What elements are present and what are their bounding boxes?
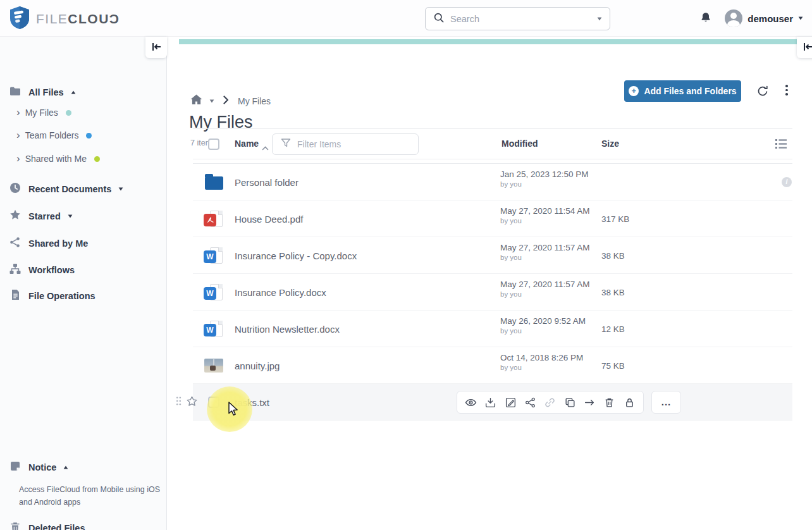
sidebar: All Files › My Files › Team Folders › Sh… — [0, 37, 167, 530]
delete-trash-icon[interactable] — [601, 394, 618, 410]
search-input[interactable] — [450, 14, 591, 24]
notifications-bell-icon[interactable] — [697, 9, 715, 28]
row-more-button[interactable]: ... — [651, 391, 681, 414]
copy-icon[interactable] — [562, 394, 578, 410]
image-thumbnail — [204, 357, 224, 374]
filter-items-input[interactable] — [297, 139, 412, 149]
main-content: My Files My Files 7 items + Add Files an… — [167, 37, 812, 530]
filecloud-logo[interactable]: FILECLOUƆ — [9, 6, 120, 32]
select-all-checkbox[interactable] — [208, 139, 219, 150]
modified-cell: Oct 14, 2018 8:26 PM by you — [500, 353, 583, 371]
sidebar-item-shared-by-me[interactable]: Shared by Me — [9, 236, 88, 251]
name-column-header[interactable]: Name — [235, 139, 259, 149]
filter-funnel-icon — [280, 138, 292, 151]
modified-date: Jan 25, 2023 12:50 PM — [500, 169, 589, 179]
sidebar-item-shared-with-me[interactable]: › Shared with Me — [16, 154, 100, 164]
sidebar-item-my-files[interactable]: › My Files — [16, 108, 71, 118]
table-row[interactable]: W Nutrition Newsletter.docx May 26, 2020… — [193, 311, 792, 347]
kebab-icon — [785, 85, 788, 96]
sort-ascending-icon[interactable] — [262, 142, 269, 153]
table-row[interactable]: W annuity.jpg Oct 14, 2018 8:26 PM by yo… — [193, 347, 792, 384]
file-name[interactable]: annuity.jpg — [235, 360, 280, 371]
file-name[interactable]: tasks.txt — [235, 397, 269, 407]
file-size: 317 KB — [601, 214, 629, 223]
trash-icon — [9, 521, 22, 530]
collapse-left-icon — [803, 42, 812, 54]
notice-icon — [9, 460, 22, 475]
file-name[interactable]: Insurance Policy - Copy.docx — [235, 250, 357, 261]
table-row[interactable]: W Personal folder Jan 25, 2023 12:50 PM … — [193, 164, 792, 200]
chevron-right-icon: › — [16, 156, 20, 162]
modified-by: by you — [500, 364, 583, 371]
breadcrumb-caret-icon[interactable] — [210, 99, 214, 102]
modified-date: May 27, 2020 11:57 AM — [500, 280, 590, 289]
caret-up-icon — [64, 465, 68, 469]
preview-eye-icon[interactable] — [463, 394, 479, 410]
table-row[interactable]: W Insurance Policy.docx May 27, 2020 11:… — [193, 274, 792, 311]
file-size: 38 KB — [601, 250, 625, 260]
file-name[interactable]: Personal folder — [235, 176, 298, 187]
modified-by: by you — [500, 180, 589, 188]
sidebar-item-starred[interactable]: Starred — [9, 209, 73, 224]
add-files-button[interactable]: + Add Files and Folders — [624, 80, 741, 102]
clock-icon — [9, 182, 22, 197]
move-arrow-icon[interactable] — [582, 394, 598, 410]
chevron-right-icon: › — [16, 109, 20, 116]
breadcrumb-current[interactable]: My Files — [238, 96, 271, 106]
info-icon[interactable]: i — [782, 177, 792, 187]
breadcrumb-chevron-icon — [223, 96, 229, 107]
workflow-icon — [9, 262, 22, 278]
sidebar-item-team-folders[interactable]: › Team Folders — [16, 130, 92, 140]
star-toggle-icon[interactable] — [186, 395, 198, 409]
file-name[interactable]: House Deed.pdf — [235, 213, 303, 224]
status-dot — [86, 133, 92, 139]
sidebar-item-notice[interactable]: Notice — [9, 460, 68, 475]
file-name[interactable]: Nutrition Newsletter.docx — [235, 323, 340, 334]
modified-cell: May 27, 2020 11:57 AM by you — [500, 243, 590, 261]
username: demouser — [747, 13, 793, 24]
chevron-right-icon: › — [16, 132, 20, 139]
table-row[interactable]: W Insurance Policy - Copy.docx May 27, 2… — [193, 237, 792, 274]
lock-icon[interactable] — [621, 394, 637, 410]
modified-cell: May 27, 2020 11:57 AM by you — [500, 280, 590, 298]
share-nodes-icon — [9, 236, 22, 251]
file-name[interactable]: Insurance Policy.docx — [235, 287, 326, 297]
download-icon[interactable] — [483, 394, 499, 410]
filecloud-shield-icon — [9, 6, 30, 32]
caret-down-icon — [119, 187, 123, 190]
modified-cell: May 27, 2020 11:54 AM by you — [500, 206, 590, 225]
refresh-button[interactable] — [754, 82, 772, 102]
drag-handle-icon[interactable] — [176, 396, 181, 408]
filter-box[interactable] — [272, 133, 419, 155]
row-checkbox[interactable] — [208, 397, 219, 408]
edit-icon[interactable] — [502, 394, 519, 410]
list-view-toggle-button[interactable] — [772, 136, 790, 154]
home-icon[interactable] — [190, 94, 203, 108]
sidebar-collapse-button[interactable] — [145, 37, 167, 58]
link-icon[interactable] — [542, 394, 558, 410]
sidebar-item-workflows[interactable]: Workflows — [9, 262, 75, 278]
search-dropdown-caret-icon[interactable] — [598, 17, 602, 20]
sidebar-item-all-files[interactable]: All Files — [9, 85, 76, 100]
notice-text: Access FileCloud from Mobile using iOS a… — [19, 483, 161, 508]
size-column-header[interactable]: Size — [601, 139, 619, 149]
panel-collapse-button[interactable] — [797, 37, 812, 58]
folder-icon — [9, 85, 22, 100]
more-options-kebab-button[interactable] — [783, 82, 790, 98]
modified-by: by you — [500, 327, 586, 335]
status-dot — [66, 110, 71, 116]
modified-by: by you — [500, 254, 590, 261]
table-row[interactable]: W House Deed.pdf May 27, 2020 11:54 AM b… — [193, 200, 792, 237]
sidebar-item-deleted-files[interactable]: Deleted Files — [9, 521, 85, 530]
user-menu[interactable]: demouser — [725, 9, 803, 27]
search-box[interactable] — [425, 7, 610, 30]
topbar: FILECLOUƆ demouser — [0, 0, 812, 37]
table-row[interactable]: W tasks.txt — [193, 384, 792, 421]
sidebar-item-file-operations[interactable]: File Operations — [9, 288, 95, 304]
sidebar-item-recent-documents[interactable]: Recent Documents — [9, 182, 123, 197]
word-file-icon: W — [204, 320, 224, 338]
file-size: 75 KB — [601, 361, 625, 370]
modified-column-header[interactable]: Modified — [501, 139, 538, 149]
share-icon[interactable] — [522, 394, 539, 410]
modified-by: by you — [500, 290, 590, 298]
